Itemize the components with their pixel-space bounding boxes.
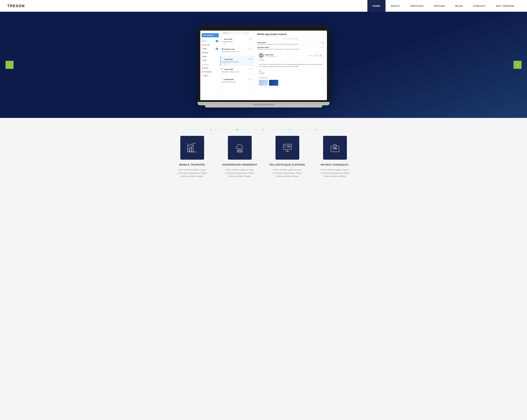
email-list: 1-24 of 112 ‹ › Jack Jones 4:30pm bbox=[220, 31, 254, 100]
nav-pricing[interactable]: PRICING bbox=[429, 0, 450, 12]
svg-rect-16 bbox=[288, 147, 290, 147]
line bbox=[266, 130, 288, 130]
label-work[interactable]: Work bbox=[200, 66, 220, 70]
msg-star[interactable]: ★ bbox=[308, 55, 309, 56]
msg-text: There are many variations of passages of… bbox=[257, 48, 301, 50]
email-item[interactable]: Catherine Tate Nov 10 Is that what you h… bbox=[220, 46, 254, 56]
star-icon[interactable]: ★ bbox=[222, 73, 223, 75]
email-time: 4:30pm bbox=[248, 38, 253, 40]
nav-contact[interactable]: CONTACT bbox=[468, 0, 491, 12]
email-app-inner: ✏ Compose Inbox 2 Sent mail Dr bbox=[200, 31, 327, 100]
nav-links: HOME ABOUT SERVICES PRICING BLOG CONTACT… bbox=[367, 0, 520, 12]
email-item[interactable]: Serge Vasil Nov 09 Mobile app project in… bbox=[220, 56, 254, 66]
feature-icon-box-2 bbox=[228, 136, 252, 160]
monitor-icon bbox=[282, 142, 293, 153]
dot bbox=[210, 129, 212, 130]
email-checkbox[interactable] bbox=[222, 78, 223, 80]
email-item[interactable]: Jack Jones 4:30pm Design feedback ★ 📎 bbox=[220, 36, 254, 46]
greeting: Hi Serge, bbox=[259, 59, 322, 61]
expanded-msg-body: Hi Serge, Lorem Ipsum is simply dummy te… bbox=[259, 59, 322, 74]
personal-dot: Personal bbox=[202, 71, 211, 73]
download-icon[interactable]: ⬇ bbox=[321, 77, 322, 79]
sidebar-spam-label: Spam bbox=[202, 55, 207, 57]
load-older-messages[interactable]: Load 24 older messages bbox=[257, 37, 324, 41]
nav-about[interactable]: ABOUT bbox=[385, 0, 405, 12]
attachment-icon: 📎 bbox=[224, 63, 226, 65]
page-prev-icon[interactable]: ‹ bbox=[251, 33, 252, 34]
hero-section: ‹ ✏ Compose Inb bbox=[0, 12, 527, 118]
sidebar-archive-label: Archive bbox=[202, 52, 208, 54]
sender-avatar: SV bbox=[259, 53, 264, 58]
detail-title: Mobile app project inquiry bbox=[257, 33, 287, 35]
attachments-header: 2 attachments ⬇ bbox=[259, 76, 322, 79]
sidebar-drafts[interactable]: Drafts 2 bbox=[200, 47, 220, 51]
svg-rect-14 bbox=[285, 145, 287, 147]
feature-desc-1: Fusce interdum sapien ut quam consectetu… bbox=[174, 168, 210, 178]
hero-next-button[interactable]: › bbox=[514, 61, 522, 69]
expanded-msg-header: SV Serge Vasil To: Christian Davis ★ Nov… bbox=[259, 53, 322, 58]
sidebar-archive[interactable]: Archive bbox=[200, 51, 220, 55]
email-checkbox[interactable] bbox=[222, 48, 223, 50]
dot-active bbox=[237, 129, 238, 130]
message-item: Christian Davis There are many variation… bbox=[257, 46, 324, 50]
email-time: Nov 10 bbox=[248, 48, 253, 50]
laptop-screen-outer: ✏ Compose Inbox 2 Sent mail Dr bbox=[198, 26, 329, 102]
line bbox=[240, 130, 261, 130]
feature-desc-3: Fusce interdum sapien ut quam consectetu… bbox=[269, 168, 306, 178]
msg-sender: Serge Vasil bbox=[257, 42, 299, 43]
star-icon[interactable]: ★ bbox=[222, 83, 223, 85]
svg-rect-15 bbox=[288, 145, 290, 146]
sidebar-spam[interactable]: Spam bbox=[200, 55, 220, 58]
sidebar-sent[interactable]: Sent mail bbox=[200, 43, 220, 47]
email-detail: Mobile app project inquiry ★ Load 24 old… bbox=[254, 31, 327, 100]
email-subject: Product design course bbox=[222, 81, 253, 83]
feature-title-2: SUSPENDISSE HENDRERIT bbox=[221, 163, 258, 166]
msg-text: Lorem Ipsum is simply dummy text of the … bbox=[257, 43, 299, 45]
nav-logo: TRESON bbox=[7, 4, 25, 8]
label-personal[interactable]: Personal bbox=[200, 70, 220, 74]
email-time: Nov 07 bbox=[248, 68, 253, 70]
attachment-thumb-1[interactable] bbox=[259, 80, 268, 86]
cloud-icon bbox=[234, 142, 245, 153]
hero-prev-button[interactable]: ‹ bbox=[5, 61, 13, 69]
expand-button[interactable]: ▾ bbox=[319, 54, 322, 57]
reply-button[interactable]: ↩ bbox=[315, 54, 318, 57]
feature-title-3: PELLENTESQUE ELEIFEND bbox=[269, 163, 306, 166]
email-app: ✏ Compose Inbox 2 Sent mail Dr bbox=[200, 31, 327, 100]
email-checkbox[interactable] bbox=[222, 38, 223, 40]
nav-buy[interactable]: BUY TRESON! bbox=[491, 0, 520, 12]
nav-home[interactable]: HOME bbox=[367, 0, 385, 12]
label-more[interactable]: + More bbox=[200, 74, 220, 78]
email-time: Nov 07 bbox=[248, 78, 253, 80]
email-subject: Design feedback bbox=[222, 41, 253, 43]
page-next-icon[interactable]: › bbox=[252, 33, 253, 34]
dot bbox=[316, 129, 317, 130]
feature-icon-box-1 bbox=[180, 136, 204, 160]
star-icon[interactable]: ★ bbox=[222, 53, 223, 55]
sidebar-trash[interactable]: Trash bbox=[200, 58, 220, 62]
email-sender: Catherine Tate bbox=[224, 48, 235, 50]
email-list-header: 1-24 of 112 ‹ › bbox=[220, 31, 254, 36]
portfolio-icon bbox=[329, 142, 340, 153]
nav-blog[interactable]: BLOG bbox=[450, 0, 468, 12]
inbox-badge: 2 bbox=[216, 40, 218, 42]
email-checkbox[interactable] bbox=[222, 58, 224, 60]
detail-star[interactable]: ★ bbox=[322, 33, 324, 35]
email-checkbox[interactable] bbox=[222, 68, 223, 70]
labels-section: LABELS + bbox=[200, 62, 220, 66]
compose-button[interactable]: ✏ Compose bbox=[202, 33, 219, 37]
msg-date: Nov 05 bbox=[320, 46, 324, 48]
msg-attachment-icon: 📎 bbox=[322, 43, 324, 45]
nav-services[interactable]: SERVICES bbox=[405, 0, 429, 12]
attachment-thumbnails bbox=[259, 80, 322, 86]
star-icon[interactable]: ★ bbox=[222, 43, 223, 44]
email-item[interactable]: Camilla Belle Nov 07 Product design cour… bbox=[220, 76, 254, 86]
search-input[interactable] bbox=[222, 32, 244, 34]
feature-pellentesque: PELLENTESQUE ELEIFEND Fusce interdum sap… bbox=[269, 136, 306, 178]
sidebar-inbox[interactable]: Inbox 2 bbox=[200, 39, 220, 43]
email-item[interactable]: Lewis Smith Nov 07 Bistronome materials … bbox=[220, 66, 254, 76]
attachment-thumb-2[interactable] bbox=[269, 80, 278, 86]
feature-title-1: MOBILE TRANSFER bbox=[174, 163, 210, 166]
laptop-base bbox=[198, 102, 329, 105]
star-icon[interactable]: ★ bbox=[222, 63, 223, 65]
